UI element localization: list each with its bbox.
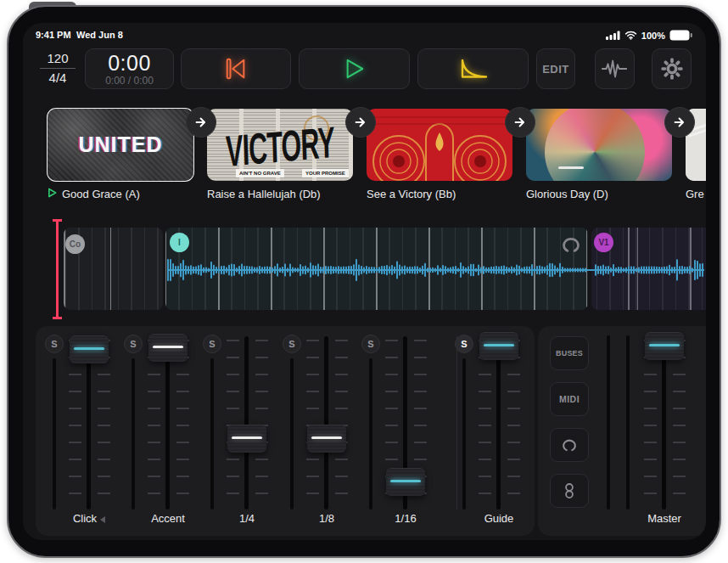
audio-waveform: [165, 228, 706, 310]
fader-handle[interactable]: [70, 335, 109, 363]
fade-out-button[interactable]: [417, 48, 529, 89]
fader-ticks: [335, 340, 348, 494]
section-badge-count-in[interactable]: Co: [65, 234, 85, 254]
timer-value: 0:00: [108, 52, 151, 74]
master-strip: Master: [613, 326, 706, 536]
fader-level-line: [232, 436, 262, 439]
fader-handle[interactable]: [227, 425, 266, 453]
level-meter: [132, 358, 135, 510]
fader-ticks: [507, 340, 520, 494]
fader-handle[interactable]: [148, 334, 188, 362]
arrow-right-icon: [512, 115, 528, 130]
waveform-view-button[interactable]: [595, 48, 635, 89]
song-title-row[interactable]: Good Grace (A): [48, 188, 140, 200]
fader-handle[interactable]: [386, 468, 425, 496]
fader-ticks: [479, 340, 491, 494]
fader-level-line: [153, 346, 183, 348]
fader-ticks: [227, 340, 239, 494]
level-meter: [290, 358, 294, 510]
song-title[interactable]: Glorious Day (D): [526, 188, 608, 200]
fader-level-line: [390, 480, 421, 482]
fader-level-line: [74, 347, 104, 350]
section-badge-verse1[interactable]: V1: [594, 233, 613, 252]
fader-ticks: [644, 340, 657, 494]
song-card-good-grace[interactable]: UNITED: [48, 109, 193, 181]
master-panel: BUSES MIDI Master: [538, 326, 706, 536]
fader-ticks: [673, 340, 686, 494]
fader-track[interactable]: [244, 336, 249, 510]
fader-ticks: [176, 340, 189, 494]
song-art: [367, 109, 512, 181]
fader-level-line: [649, 344, 680, 346]
tempo-display[interactable]: 120 4/4: [33, 50, 82, 87]
solo-button[interactable]: S: [283, 335, 301, 353]
link-button[interactable]: [550, 474, 589, 508]
fader-ticks: [306, 340, 319, 494]
settings-button[interactable]: [652, 48, 692, 89]
song-title: Good Grace (A): [62, 188, 140, 200]
section-loop-icon[interactable]: [557, 234, 585, 255]
fader-level-line: [484, 344, 514, 346]
solo-button[interactable]: S: [45, 335, 64, 353]
fader-handle[interactable]: [307, 425, 346, 453]
next-song-arrow-button[interactable]: [664, 107, 695, 138]
song-card-glorious-day[interactable]: [526, 109, 672, 181]
level-meter: [53, 358, 56, 510]
song-art: VICTORY AIN'T NO GRAVE YOUR PROMISE: [207, 109, 353, 181]
status-date: Wed Jun 8: [76, 30, 123, 40]
timer-display[interactable]: 0:00 0:00 / 0:00: [85, 48, 174, 89]
solo-button[interactable]: S: [203, 335, 221, 353]
song-card-raise-a-hallelujah[interactable]: VICTORY AIN'T NO GRAVE YOUR PROMISE: [207, 109, 353, 181]
section-badge-intro[interactable]: I: [170, 233, 189, 252]
solo-button[interactable]: S: [361, 335, 380, 353]
edit-button-label: EDIT: [542, 63, 569, 76]
mixer-panel: S Click S Accent S 1/4 S: [36, 326, 535, 536]
next-song-arrow-button[interactable]: [345, 107, 376, 138]
fader-track[interactable]: [324, 336, 328, 510]
midi-button[interactable]: MIDI: [550, 382, 589, 416]
song-art: [526, 109, 672, 181]
fader-handle[interactable]: [479, 332, 518, 360]
fader-track[interactable]: [662, 336, 666, 510]
audio-waveform-icon: [601, 59, 630, 79]
status-icons: 100%: [606, 30, 692, 41]
arrow-right-icon: [353, 115, 368, 130]
fader-level-line: [311, 436, 342, 439]
song-title[interactable]: Raise a Hallelujah (Db): [207, 188, 321, 200]
battery-percent: 100%: [641, 31, 665, 41]
link-icon: [562, 481, 577, 501]
play-button[interactable]: [299, 48, 410, 89]
song-art: UNITED: [48, 109, 193, 181]
loop-button[interactable]: [550, 428, 589, 462]
arrow-right-icon: [193, 115, 209, 130]
solo-button[interactable]: S: [124, 335, 143, 353]
arrow-right-icon: [672, 115, 687, 130]
settings-gear-icon: [661, 58, 683, 80]
level-meter: [210, 358, 214, 510]
solo-button[interactable]: S: [455, 335, 473, 353]
tempo-divider: [40, 68, 76, 69]
master-level-meter: [607, 335, 610, 510]
rewind-button[interactable]: [181, 48, 291, 89]
fader-track[interactable]: [165, 336, 170, 510]
master-label: Master: [612, 512, 706, 525]
song-title[interactable]: Gre: [686, 188, 704, 200]
collapse-arrow-icon[interactable]: [100, 516, 105, 523]
rewind-to-start-icon: [224, 57, 248, 81]
next-song-arrow-button[interactable]: [186, 107, 216, 138]
song-card-see-a-victory[interactable]: [367, 109, 512, 181]
channel-strip-sixteenth: S 1/16: [355, 326, 460, 536]
fader-ticks: [255, 340, 268, 494]
playhead[interactable]: [56, 219, 59, 319]
wifi-icon: [624, 31, 637, 40]
song-title[interactable]: See a Victory (Bb): [367, 188, 456, 200]
buses-button[interactable]: BUSES: [550, 336, 589, 370]
fader-ticks: [148, 340, 160, 494]
master-fader-handle[interactable]: [645, 332, 684, 360]
channel-label: Guide: [446, 512, 552, 525]
edit-button[interactable]: EDIT: [536, 48, 575, 89]
battery-icon: [669, 30, 692, 41]
fade-out-icon: [456, 57, 490, 81]
fader-track[interactable]: [496, 336, 501, 510]
next-song-arrow-button[interactable]: [505, 107, 535, 138]
